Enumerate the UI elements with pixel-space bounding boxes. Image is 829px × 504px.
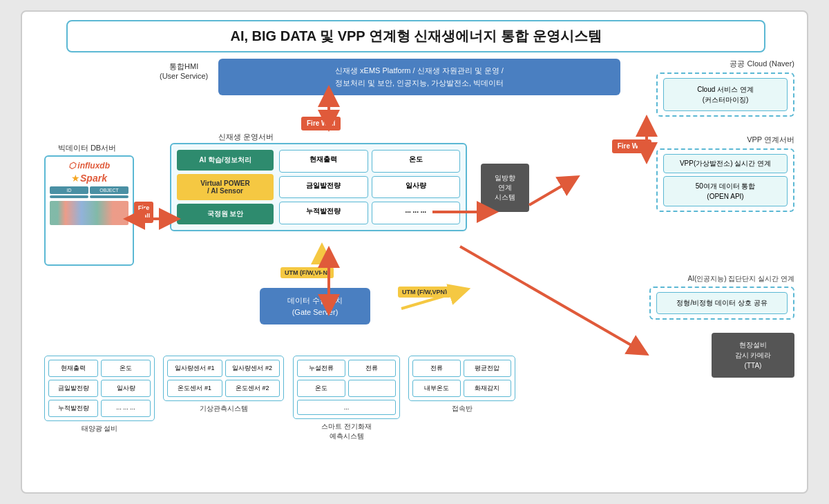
ai-label: AI(인공지능) 집단단지 실시간 연계 — [649, 274, 794, 283]
svg-line-7 — [460, 246, 640, 350]
bigdata-label: 빅데이터 DB서버 — [46, 143, 128, 153]
shin-server-label: 신재생 운영서버 — [218, 132, 274, 142]
main-container: AI, BIG DATA 및 VPP 연계형 신재생에너지 통합 운영시스템 통… — [21, 10, 808, 494]
ai-box: 정형/비정형 데이터 상호 공유 — [649, 287, 794, 320]
data-etc: ... ... ... — [372, 202, 461, 224]
vpp-box: VPP(가상발전소) 실시간 연계 50여개 데이터 통합(OPEN API) — [656, 148, 794, 212]
data-hyunjae: 현재출력 — [279, 150, 368, 173]
firewall-badge-bigdata: FireWall — [134, 202, 153, 223]
diagram: AI, BIG DATA 및 VPP 연계형 신재생에너지 통합 운영시스템 통… — [32, 19, 800, 461]
vpp-open: 50여개 데이터 통합(OPEN API) — [663, 176, 788, 206]
sensor-group-smart: 누설전류 전류 온도 ... 스마트 전기화재예측시스템 — [293, 356, 400, 441]
bigdata-box: ⬡ influxdb ★ Spark ID OBJECT — [44, 155, 134, 266]
title-box: AI, BIG DATA 및 VPP 연계형 신재생에너지 통합 운영시스템 — [66, 20, 765, 52]
tong-hmi-label: 통합HMI(User Service) — [160, 61, 208, 81]
cloud-service: Cloud 서비스 연계(커스터마이징) — [663, 78, 788, 111]
spark-logo: ★ Spark — [50, 173, 128, 184]
vpp-label: VPP 연계서버 — [656, 135, 794, 144]
data-ilsarang: 일사량 — [372, 176, 461, 199]
sensor-group-jeopsoban: 전류 평균전압 내부온도 화재감지 접속반 — [408, 356, 515, 414]
firewall-badge-top: Fire Wall — [301, 117, 341, 130]
hmi-content1: 신재생 xEMS Platform / 신재생 자원관리 및 운영 / — [335, 66, 504, 75]
vpp-service: VPP(가상발전소) 실시간 연계 — [663, 154, 788, 173]
data-geumil: 금일발전량 — [279, 176, 368, 199]
svg-line-3 — [529, 181, 571, 205]
influxdb-logo: ⬡ influxdb — [50, 161, 128, 171]
module-ai: AI 학습/정보처리 — [177, 150, 274, 171]
sensor-group-weather: 일사량센서 #1 일사량센서 #2 온도센서 #1 온도센서 #2 기상관측시스… — [163, 356, 284, 414]
ai-data: 정형/비정형 데이터 상호 공유 — [656, 292, 788, 314]
shin-server-box: AI 학습/정보처리 Virtual POWER/ AI Sensor 국정원 … — [170, 143, 467, 231]
cloud-label: 공공 Cloud (Naver) — [730, 59, 794, 68]
hmi-content2: 정보처리 및 보안, 인공지능, 가상발전소, 빅데이터 — [335, 79, 504, 87]
module-virtual: Virtual POWER/ AI Sensor — [177, 174, 274, 200]
utm-badge-2: UTM (F/W,VPN) — [398, 287, 451, 298]
sensor-group-solar: 현재출력 온도 금일발전량 일사량 누적발전량 ... ... ... 태양광 … — [44, 356, 155, 434]
page-title: AI, BIG DATA 및 VPP 연계형 신재생에너지 통합 운영시스템 — [230, 28, 601, 43]
data-ondo: 온도 — [372, 150, 461, 173]
gate-server-box: 데이터 수집장치(Gate Server) — [260, 288, 370, 324]
data-nujeok: 누적발전량 — [279, 202, 368, 224]
module-security: 국정원 보안 — [177, 204, 274, 224]
hmi-box: 신재생 xEMS Platform / 신재생 자원관리 및 운영 / 정보처리… — [218, 59, 620, 95]
cloud-box: Cloud 서비스 연계(커스터마이징) — [656, 72, 794, 117]
utm-badge-1: UTM (F/W,VPN) — [280, 267, 334, 278]
ilbang-box: 일방향연계시스템 — [481, 164, 529, 212]
camera-box: 현장설비감시 카메라(TTA) — [712, 333, 794, 378]
firewall-badge-cloud: Fire Wall — [612, 139, 651, 153]
